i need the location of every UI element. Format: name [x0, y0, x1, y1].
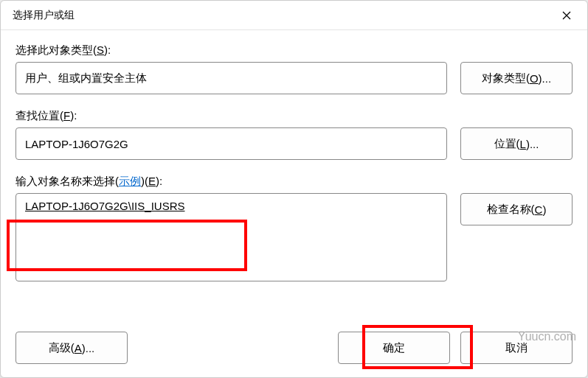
ok-button[interactable]: 确定	[338, 332, 450, 364]
titlebar: 选择用户或组	[1, 1, 587, 30]
dialog-button-row: 高级(A)... 确定 取消	[15, 332, 573, 364]
close-button[interactable]	[552, 4, 581, 27]
advanced-button[interactable]: 高级(A)...	[15, 332, 128, 364]
location-label: 查找位置(F):	[15, 109, 573, 123]
object-type-label: 选择此对象类型(S):	[15, 43, 573, 57]
check-names-button[interactable]: 检查名称(C)	[460, 193, 573, 225]
enter-names-label: 输入对象名称来选择(示例)(E):	[15, 175, 573, 189]
object-type-value: 用户、组或内置安全主体	[15, 62, 447, 94]
close-icon	[562, 11, 571, 20]
examples-link[interactable]: 示例	[119, 175, 141, 187]
object-types-button[interactable]: 对象类型(O)...	[460, 62, 573, 94]
object-names-input[interactable]	[15, 193, 447, 281]
locations-button[interactable]: 位置(L)...	[460, 127, 573, 160]
cancel-button[interactable]: 取消	[460, 332, 573, 364]
select-user-or-group-dialog: 选择用户或组 选择此对象类型(S): 用户、组或内置安全主体 对象类型(O)..…	[0, 0, 588, 378]
dialog-title: 选择用户或组	[13, 9, 75, 22]
dialog-content: 选择此对象类型(S): 用户、组或内置安全主体 对象类型(O)... 查找位置(…	[1, 30, 587, 293]
location-value: LAPTOP-1J6O7G2G	[15, 127, 447, 160]
